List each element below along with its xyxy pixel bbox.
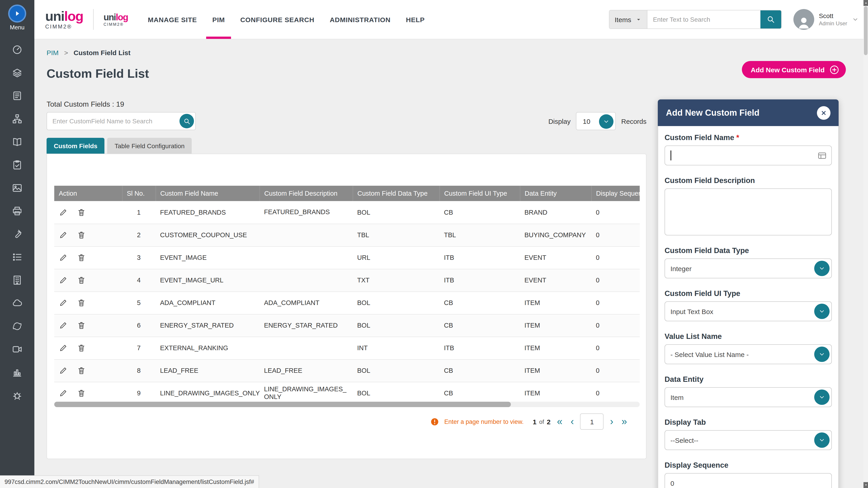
cell-ui-type: ITB [439,269,520,291]
column-header-custom-field-data-type[interactable]: Custom Field Data Type [352,186,439,201]
menu-label: Menu [10,24,24,31]
customfield-search-input[interactable] [46,112,196,130]
sidebar-item-bug[interactable] [0,384,34,407]
user-menu[interactable]: Scott Admin User [794,9,859,30]
column-header-display-sequence[interactable]: Display Sequence [591,186,640,201]
delete-row-button[interactable] [77,366,86,375]
chevron-down-icon[interactable] [599,114,614,129]
previous-page-button[interactable]: ‹ [569,417,575,427]
table-row: 9 LINE_DRAWING_IMAGES_ONLY LINE_DRAWING_… [54,382,640,399]
edit-row-button[interactable] [59,344,68,352]
next-page-button[interactable]: › [609,417,614,427]
table-horizontal-scrollbar[interactable] [54,402,640,407]
edit-row-button[interactable] [59,230,68,239]
delete-row-button[interactable] [77,389,86,398]
chevron-down-icon[interactable] [814,261,830,276]
delete-row-button[interactable] [77,230,86,239]
sidebar-item-cloud[interactable] [0,291,34,315]
sidebar-item-tasks[interactable] [0,153,34,176]
sidebar-item-list[interactable] [0,246,34,268]
column-header-custom-field-description[interactable]: Custom Field Description [259,186,352,201]
sidebar-item-media[interactable] [0,337,34,361]
search-scope-select[interactable]: Items [609,10,647,29]
scrollbar-thumb[interactable] [54,402,511,407]
user-role: Admin User [819,20,847,27]
menu-button[interactable]: Menu [8,4,26,31]
delete-row-button[interactable] [77,344,86,352]
cell-sequence: 0 [591,224,640,246]
display-tab-select[interactable]: --Select-- [664,430,832,450]
table-row: 8 LEAD_FREE LEAD_FREE BOL CB ITEM 0 [54,359,640,382]
close-panel-button[interactable] [817,106,831,120]
nav-help[interactable]: HELP [406,0,425,39]
edit-row-button[interactable] [59,389,68,398]
add-new-custom-field-button[interactable]: Add New Custom Field [742,61,846,78]
cell-data-type: TBL [352,224,439,246]
display-sequence-input[interactable]: 0 [664,473,832,488]
sidebar-item-dashboard[interactable] [0,38,34,61]
last-page-button[interactable]: » [621,417,628,427]
breadcrumb-pim-link[interactable]: PIM [46,49,59,57]
sidebar-item-tools[interactable] [0,222,34,246]
nav-pim[interactable]: PIM [212,0,225,39]
first-page-button[interactable]: « [556,417,563,427]
nav-administration[interactable]: ADMINISTRATION [330,0,391,39]
edit-row-button[interactable] [59,275,68,285]
delete-row-button[interactable] [77,208,86,217]
cell-field-name: ENERGY_STAR_RATED [156,314,259,337]
edit-row-button[interactable] [59,253,68,262]
sidebar-item-sitemap[interactable] [0,107,34,130]
cell-sl-no: 3 [122,246,156,269]
column-header-data-entity[interactable]: Data Entity [520,186,591,201]
delete-row-button[interactable] [77,253,86,262]
delete-row-button[interactable] [77,275,86,285]
records-per-page-select[interactable]: 10 [576,112,616,130]
page-number-input[interactable] [580,414,604,430]
column-header-custom-field-name[interactable]: Custom Field Name [156,186,259,201]
custom-field-ui-type-select[interactable]: Input Text Box [664,301,832,321]
custom-field-name-input[interactable] [664,145,832,165]
column-header-custom-field-ui-type[interactable]: Custom Field UI Type [439,186,520,201]
custom-field-description-textarea[interactable] [664,188,832,235]
chevron-down-icon[interactable] [814,304,830,319]
sidebar-item-analytics[interactable] [0,361,34,384]
chevron-down-icon[interactable] [814,432,830,448]
table-row: 1 FEATURED_BRANDS FEATURED_BRANDS BOL CB… [54,201,640,224]
sidebar-item-layers[interactable] [0,61,34,84]
tab-custom-fields[interactable]: Custom Fields [46,138,105,154]
sidebar-item-images[interactable] [0,176,34,199]
sidebar-item-print[interactable] [0,199,34,222]
cell-ui-type: CB [439,314,520,337]
scroll-up-button[interactable] [864,0,868,6]
nav-configure-search[interactable]: CONFIGURE SEARCH [240,0,314,39]
edit-row-button[interactable] [59,321,68,330]
caret-down-icon [864,483,868,487]
sidebar-item-company[interactable] [0,268,34,291]
edit-row-button[interactable] [59,366,68,375]
custom-field-data-type-select[interactable]: Integer [664,258,832,278]
cell-entity: ITEM [520,382,591,399]
cell-field-name: EXTERNAL_RANKING [156,337,259,359]
sidebar-item-book[interactable] [0,130,34,153]
edit-row-button[interactable] [59,298,68,307]
sidebar-item-sync[interactable] [0,315,34,337]
delete-row-button[interactable] [77,298,86,307]
chevron-down-icon[interactable] [814,390,830,405]
header-search-input[interactable] [648,10,761,29]
edit-row-button[interactable] [59,208,68,217]
cell-field-name: CUSTOMER_COUPON_USE [156,224,259,246]
scroll-down-button[interactable] [864,482,868,488]
customfield-search-button[interactable] [180,114,194,128]
value-list-name-select[interactable]: - Select Value List Name - [664,344,832,364]
column-header-sl-no[interactable]: Sl No. [122,186,156,201]
tab-table-field-configuration[interactable]: Table Field Configuration [107,138,192,154]
chevron-down-icon[interactable] [814,347,830,362]
page-scrollbar[interactable] [864,0,868,488]
delete-row-button[interactable] [77,321,86,330]
data-entity-select[interactable]: Item [664,387,832,407]
sidebar-item-journal[interactable] [0,84,34,107]
column-header-action[interactable]: Action [54,186,122,201]
nav-manage-site[interactable]: MANAGE SITE [148,0,197,39]
page-scrollbar-thumb[interactable] [864,6,868,55]
header-search-button[interactable] [761,10,781,29]
